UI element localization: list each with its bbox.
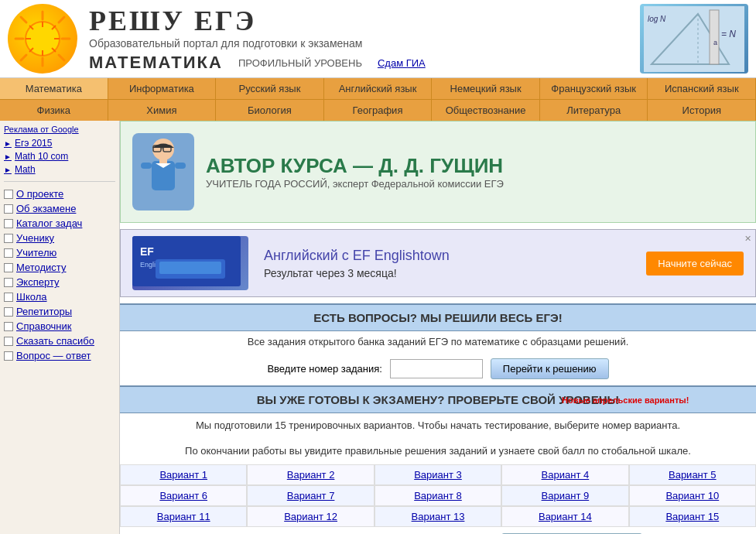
new-badge: Новые апрельские варианты! <box>562 395 689 405</box>
variants-grid: Вариант 1 Вариант 2 Вариант 3 Вариант 4 … <box>120 464 756 527</box>
nav-english[interactable]: Английский язык <box>324 78 433 99</box>
variant-5[interactable]: Вариант 5 <box>629 464 756 485</box>
checkbox-school[interactable] <box>4 293 13 302</box>
ef-close-button[interactable]: ✕ <box>744 234 751 244</box>
svg-line-5 <box>21 17 26 22</box>
task-number-label: Введите номер задания: <box>267 363 381 375</box>
section2-header: ВЫ УЖЕ ГОТОВЫ К ЭКЗАМЕНУ? ПРОВЕРЬТЕ СВОЙ… <box>120 385 756 413</box>
ef-start-button[interactable]: Начните сейчас <box>646 252 744 276</box>
nav-german[interactable]: Немецкий язык <box>432 78 540 99</box>
math-decoration-icon: log N a = N <box>644 6 744 72</box>
variant-10[interactable]: Вариант 10 <box>629 485 756 506</box>
variant-13[interactable]: Вариант 13 <box>375 506 501 527</box>
svg-rect-38 <box>159 262 221 274</box>
svg-rect-21 <box>710 10 719 64</box>
nav-physics[interactable]: Физика <box>0 100 108 121</box>
author-text: АВТОР КУРСА — Д. Д. ГУЩИН УЧИТЕЛЬ ГОДА Р… <box>206 154 744 190</box>
sidebar-link-teacher[interactable]: Учителю <box>4 247 115 258</box>
sidebar-link-catalog[interactable]: Каталог задач <box>4 217 115 229</box>
site-title: РЕШУ ЕГЭ <box>89 5 640 37</box>
svg-text:EF: EF <box>140 245 154 258</box>
subject-level: ПРОФИЛЬНЫЙ УРОВЕНЬ <box>238 57 362 69</box>
variant-7[interactable]: Вариант 7 <box>247 485 374 506</box>
sidebar-link-methodist[interactable]: Методисту <box>4 262 115 273</box>
task-number-input[interactable] <box>390 359 483 378</box>
subject-name: МАТЕМАТИКА <box>89 53 223 73</box>
nav-geography[interactable]: География <box>324 100 433 121</box>
nav-biology[interactable]: Биология <box>216 100 324 121</box>
variant-3[interactable]: Вариант 3 <box>375 464 501 485</box>
variant-4[interactable]: Вариант 4 <box>501 464 628 485</box>
sidebar-link-student[interactable]: Ученику <box>4 232 115 244</box>
checkbox-reference[interactable] <box>4 322 13 331</box>
ef-banner: EF English Английский с EF Englishtown Р… <box>120 229 756 297</box>
nav-russian[interactable]: Русский язык <box>216 78 324 99</box>
gia-link[interactable]: Сдам ГИА <box>378 57 426 69</box>
author-banner: АВТОР КУРСА — Д. Д. ГУЩИН УЧИТЕЛЬ ГОДА Р… <box>120 121 756 223</box>
variant-11[interactable]: Вариант 11 <box>120 506 247 527</box>
variant-6[interactable]: Вариант 6 <box>120 485 247 506</box>
sidebar-link-qa[interactable]: Вопрос — ответ <box>4 350 115 361</box>
variant-9[interactable]: Вариант 9 <box>501 485 628 506</box>
go-to-solution-button[interactable]: Перейти к решению <box>491 358 609 379</box>
logo <box>8 4 77 74</box>
sidebar: Реклама от Google Егэ 2015 Math 10 com M… <box>0 121 120 534</box>
checkbox-catalog[interactable] <box>4 219 13 228</box>
sidebar-ad-math[interactable]: Math <box>4 164 115 175</box>
checkbox-tutors[interactable] <box>4 307 13 317</box>
site-subtitle: Образовательный портал для подготовки к … <box>89 37 640 50</box>
section1-text: Все задания открытого банка заданий ЕГЭ … <box>120 331 756 352</box>
checkbox-exam[interactable] <box>4 204 13 214</box>
nav-spanish[interactable]: Испанский язык <box>648 78 756 99</box>
checkbox-thanks[interactable] <box>4 337 13 346</box>
variant-1[interactable]: Вариант 1 <box>120 464 247 485</box>
nav-chemistry[interactable]: Химия <box>108 100 217 121</box>
checkbox-methodist[interactable] <box>4 263 13 272</box>
variant-14[interactable]: Вариант 14 <box>501 506 628 527</box>
checkbox-qa[interactable] <box>4 351 13 361</box>
section1-header: ЕСТЬ ВОПРОСЫ? МЫ РЕШИЛИ ВЕСЬ ЕГЭ! <box>120 303 756 331</box>
author-subtitle: УЧИТЕЛЬ ГОДА РОССИЙ, эксперт Федеральной… <box>206 178 744 190</box>
svg-line-7 <box>59 17 64 22</box>
sidebar-divider-1 <box>4 181 115 182</box>
ef-logo-icon: EF English <box>132 236 241 286</box>
sidebar-link-about[interactable]: О проекте <box>4 188 115 200</box>
content-area: АВТОР КУРСА — Д. Д. ГУЩИН УЧИТЕЛЬ ГОДА Р… <box>120 121 756 534</box>
sidebar-link-expert[interactable]: Эксперту <box>4 276 115 288</box>
svg-text:log N: log N <box>648 15 666 23</box>
sidebar-ad-ege2015[interactable]: Егэ 2015 <box>4 138 115 149</box>
checkbox-student[interactable] <box>4 234 13 243</box>
nav-informatika[interactable]: Информатика <box>108 78 217 99</box>
header: РЕШУ ЕГЭ Образовательный портал для подг… <box>0 0 756 78</box>
sidebar-link-reference[interactable]: Справочник <box>4 320 115 332</box>
variants-desc1: Мы подготовили 15 тренировочных варианто… <box>120 413 756 439</box>
ef-title: Английский с EF Englishtown <box>264 248 646 264</box>
teacher-variant-row: Вариант, составленный учителем: Перейти … <box>120 527 756 534</box>
sidebar-link-school[interactable]: Школа <box>4 291 115 303</box>
sun-icon <box>12 8 74 70</box>
nav-matematika[interactable]: Математика <box>0 78 108 99</box>
nav-history[interactable]: История <box>648 100 756 121</box>
main-layout: Реклама от Google Егэ 2015 Math 10 com M… <box>0 121 756 534</box>
ef-text: Английский с EF Englishtown Результат че… <box>264 248 646 279</box>
variant-12[interactable]: Вариант 12 <box>247 506 374 527</box>
header-text: РЕШУ ЕГЭ Образовательный портал для подг… <box>89 5 640 73</box>
ad-google-label[interactable]: Реклама от Google <box>4 125 115 134</box>
sidebar-link-exam[interactable]: Об экзамене <box>4 203 115 214</box>
nav-french[interactable]: Французский язык <box>540 78 648 99</box>
nav-literature[interactable]: Литература <box>540 100 648 121</box>
nav-social[interactable]: Обществознание <box>432 100 540 121</box>
author-title: АВТОР КУРСА — Д. Д. ГУЩИН <box>206 154 744 178</box>
variant-15[interactable]: Вариант 15 <box>629 506 756 527</box>
sidebar-link-thanks[interactable]: Сказать спасибо <box>4 335 115 347</box>
sidebar-ad-math10[interactable]: Math 10 com <box>4 151 115 162</box>
checkbox-expert[interactable] <box>4 278 13 287</box>
nav-row-1: Математика Информатика Русский язык Англ… <box>0 78 756 99</box>
ef-subtitle: Результат через 3 месяца! <box>264 267 646 279</box>
sidebar-link-tutors[interactable]: Репетиторы <box>4 306 115 317</box>
svg-rect-30 <box>141 163 152 169</box>
checkbox-about[interactable] <box>4 190 13 199</box>
variant-2[interactable]: Вариант 2 <box>247 464 374 485</box>
checkbox-teacher[interactable] <box>4 248 13 258</box>
variant-8[interactable]: Вариант 8 <box>375 485 501 506</box>
